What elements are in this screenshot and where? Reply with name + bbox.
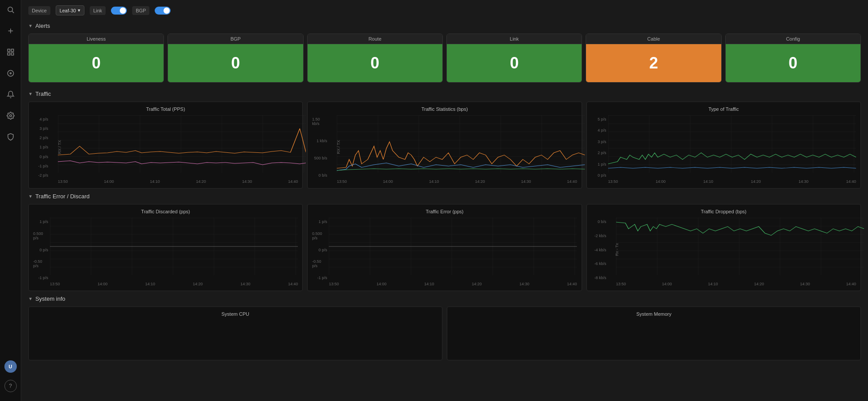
- traffic-error-title: Traffic Error / Discard: [35, 193, 90, 200]
- alert-card-link[interactable]: Link 0: [446, 34, 582, 83]
- svg-rect-4: [8, 49, 10, 51]
- svg-rect-12: [337, 115, 585, 173]
- alert-value: 0: [726, 49, 860, 78]
- alert-card-header: Liveness: [29, 34, 164, 44]
- svg-point-9: [10, 73, 11, 74]
- chart-type-traffic: Type of Traffic 5 p/s4 p/s3 p/s2 p/s1 p/…: [586, 102, 861, 189]
- compass-icon[interactable]: [4, 67, 17, 79]
- y-axis: 1.50 kb/s1 kb/s500 b/s0 b/s: [312, 115, 329, 184]
- alert-card-header: Route: [308, 34, 442, 44]
- chart-dropped: Traffic Dropped (bps) 0 b/s-2 kb/s-4 kb/…: [586, 204, 861, 291]
- system-info-title: System info: [35, 295, 65, 302]
- chart-title: Type of Traffic: [591, 106, 856, 112]
- chart-title: Traffic Discarded (pps): [33, 209, 298, 214]
- svg-rect-13: [608, 115, 856, 173]
- traffic-error-section-header: ▼ Traffic Error / Discard: [28, 193, 861, 200]
- traffic-error-chevron[interactable]: ▼: [28, 194, 33, 199]
- alert-value: 0: [308, 49, 442, 78]
- svg-line-1: [12, 11, 14, 13]
- chart-cpu: System CPU: [28, 306, 442, 360]
- chart-title: System Memory: [452, 311, 856, 317]
- plus-icon[interactable]: [4, 25, 17, 37]
- alert-card-header: Link: [447, 34, 582, 44]
- alert-card-liveness[interactable]: Liveness 0: [28, 34, 164, 83]
- chart-title: Traffic Statistics (bps): [312, 106, 577, 112]
- svg-point-10: [9, 115, 11, 117]
- svg-rect-6: [8, 53, 10, 55]
- chart-title: Traffic Total (PPS): [33, 106, 298, 112]
- x-axis: 13:5014:0014:1014:2014:3014:40: [329, 281, 577, 286]
- system-info-charts-row: System CPU System Memory: [28, 306, 861, 360]
- alert-value: 2: [586, 49, 721, 78]
- axis-label: RX / TX: [336, 140, 341, 154]
- alert-value: 0: [168, 49, 303, 78]
- bell-icon[interactable]: [4, 88, 17, 101]
- axis-label: Rx - Tx: [615, 243, 619, 256]
- search-icon[interactable]: [4, 4, 17, 16]
- y-axis: 1 p/s0.500 p/s0 p/s-0.50 p/s-1 p/s: [312, 218, 329, 286]
- alert-card-cable[interactable]: Cable 2: [586, 34, 721, 83]
- svg-point-8: [8, 70, 14, 76]
- y-axis: 0 b/s-2 kb/s-4 kb/s-6 kb/s-8 kb/s: [591, 218, 608, 286]
- traffic-title: Traffic: [35, 91, 51, 97]
- main-content: Device Leaf-30 ▾ Link BGP ▼ Alerts Liven…: [21, 0, 868, 401]
- device-label: Device: [28, 6, 50, 15]
- alert-value: 0: [29, 49, 164, 78]
- x-axis: 13:5014:0014:1014:2014:3014:40: [608, 281, 856, 286]
- y-axis: 4 p/s3 p/s2 p/s1 p/s0 p/s-1 p/s-2 p/s: [33, 115, 50, 184]
- alert-card-route[interactable]: Route 0: [307, 34, 443, 83]
- svg-point-0: [8, 7, 13, 12]
- svg-rect-7: [11, 53, 13, 55]
- shield-icon[interactable]: [4, 131, 17, 143]
- grid-icon[interactable]: [4, 46, 17, 58]
- sidebar: U ?: [0, 0, 21, 401]
- chart-title: Traffic Dropped (bps): [591, 209, 856, 214]
- alert-value: 0: [447, 49, 582, 78]
- x-axis: 13:5014:0014:1014:2014:3014:40: [50, 178, 298, 184]
- system-info-chevron[interactable]: ▼: [28, 296, 33, 301]
- gear-icon[interactable]: [4, 110, 17, 122]
- alert-card-config[interactable]: Config 0: [725, 34, 861, 83]
- alert-card-bgp[interactable]: BGP 0: [168, 34, 303, 83]
- alerts-title: Alerts: [35, 23, 50, 29]
- svg-rect-5: [11, 49, 13, 51]
- traffic-section-header: ▼ Traffic: [28, 91, 861, 97]
- chart-traffic-total: Traffic Total (PPS) 4 p/s3 p/s2 p/s1 p/s…: [28, 102, 303, 189]
- chart-memory: System Memory: [447, 306, 861, 360]
- traffic-error-charts-row: Traffic Discarded (pps) 1 p/s0.500 p/s0 …: [28, 204, 861, 291]
- chart-title: Traffic Error (pps): [312, 209, 577, 214]
- alerts-grid: Liveness 0 BGP 0 Route 0 Link 0 Cable 2 …: [28, 34, 861, 83]
- y-axis: 1 p/s0.500 p/s0 p/s-0.50 p/s-1 p/s: [33, 218, 50, 286]
- system-info-section-header: ▼ System info: [28, 295, 861, 302]
- x-axis: 13:5014:0014:1014:2014:3014:40: [608, 178, 856, 184]
- link-label: Link: [90, 6, 106, 15]
- alert-card-header: BGP: [168, 34, 303, 44]
- svg-rect-11: [58, 115, 306, 173]
- help-icon[interactable]: ?: [4, 380, 17, 392]
- alerts-section-header: ▼ Alerts: [28, 23, 861, 29]
- y-axis: 5 p/s4 p/s3 p/s2 p/s1 p/s0 p/s: [591, 115, 608, 184]
- bgp-label: BGP: [132, 6, 149, 15]
- traffic-charts-row: Traffic Total (PPS) 4 p/s3 p/s2 p/s1 p/s…: [28, 102, 861, 189]
- chart-traffic-stats: Traffic Statistics (bps) 1.50 kb/s1 kb/s…: [307, 102, 582, 189]
- device-selector[interactable]: Leaf-30 ▾: [56, 5, 84, 15]
- alert-card-header: Config: [726, 34, 860, 44]
- alert-card-header: Cable: [586, 34, 721, 44]
- avatar[interactable]: U: [4, 360, 17, 373]
- x-axis: 13:5014:0014:1014:2014:3014:40: [329, 178, 577, 184]
- bgp-toggle[interactable]: [155, 7, 171, 15]
- alerts-chevron[interactable]: ▼: [28, 23, 33, 28]
- link-toggle[interactable]: [111, 7, 127, 15]
- chart-title: System CPU: [33, 311, 438, 317]
- top-bar: Device Leaf-30 ▾ Link BGP: [28, 5, 861, 15]
- chart-error: Traffic Error (pps) 1 p/s0.500 p/s0 p/s-…: [307, 204, 582, 291]
- traffic-chevron[interactable]: ▼: [28, 91, 33, 96]
- chart-discarded: Traffic Discarded (pps) 1 p/s0.500 p/s0 …: [28, 204, 303, 291]
- x-axis: 13:5014:0014:1014:2014:3014:40: [50, 281, 298, 286]
